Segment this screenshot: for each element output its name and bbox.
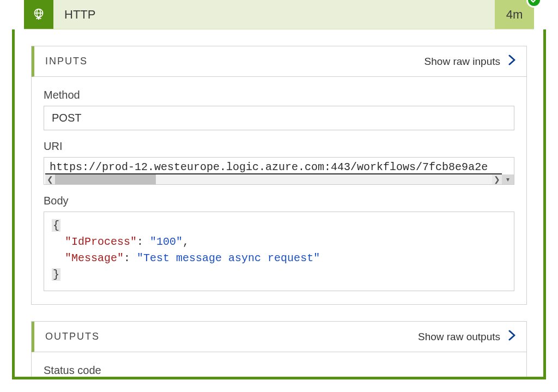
step-title: HTTP bbox=[53, 0, 495, 29]
json-open-brace: { bbox=[52, 219, 60, 232]
scroll-thumb[interactable] bbox=[55, 174, 156, 184]
globe-icon bbox=[31, 7, 47, 23]
scroll-right-button[interactable]: ❯ bbox=[492, 174, 502, 184]
outputs-title: OUTPUTS bbox=[45, 331, 418, 342]
http-step-header[interactable]: HTTP 4m bbox=[24, 0, 534, 29]
inputs-panel: INPUTS Show raw inputs Method POST URI h… bbox=[31, 46, 527, 305]
show-raw-inputs-link[interactable]: Show raw inputs bbox=[424, 55, 517, 68]
scroll-left-button[interactable]: ❮ bbox=[45, 174, 55, 184]
svg-rect-3 bbox=[38, 17, 39, 20]
uri-horizontal-scrollbar[interactable]: ❮ ❯ bbox=[45, 174, 502, 184]
json-close-brace: } bbox=[52, 268, 60, 281]
chevron-right-icon bbox=[508, 330, 517, 343]
outputs-panel: OUTPUTS Show raw outputs Status code bbox=[31, 321, 527, 377]
uri-expand-button[interactable]: ▾ bbox=[502, 174, 514, 184]
show-raw-outputs-label: Show raw outputs bbox=[418, 331, 500, 343]
uri-value[interactable]: https://prod-12.westeurope.logic.azure.c… bbox=[45, 159, 502, 174]
status-code-label: Status code bbox=[44, 364, 514, 377]
http-step-icon bbox=[24, 0, 53, 29]
show-raw-inputs-label: Show raw inputs bbox=[424, 56, 500, 68]
inputs-title: INPUTS bbox=[45, 56, 424, 67]
uri-field: https://prod-12.westeurope.logic.azure.c… bbox=[44, 157, 514, 185]
body-idprocess-value: "100" bbox=[150, 236, 183, 248]
show-raw-outputs-link[interactable]: Show raw outputs bbox=[418, 330, 517, 343]
body-value: { "IdProcess": "100", "Message": "Test m… bbox=[44, 212, 514, 291]
body-message-value: "Test message async request" bbox=[137, 252, 320, 264]
uri-label: URI bbox=[44, 140, 514, 153]
chevron-right-icon bbox=[508, 55, 517, 68]
method-value: POST bbox=[44, 106, 514, 130]
inputs-panel-header: INPUTS Show raw inputs bbox=[32, 46, 526, 77]
body-label: Body bbox=[44, 195, 514, 207]
checkmark-icon bbox=[530, 0, 538, 4]
outputs-panel-header: OUTPUTS Show raw outputs bbox=[32, 322, 526, 352]
method-label: Method bbox=[44, 89, 514, 101]
